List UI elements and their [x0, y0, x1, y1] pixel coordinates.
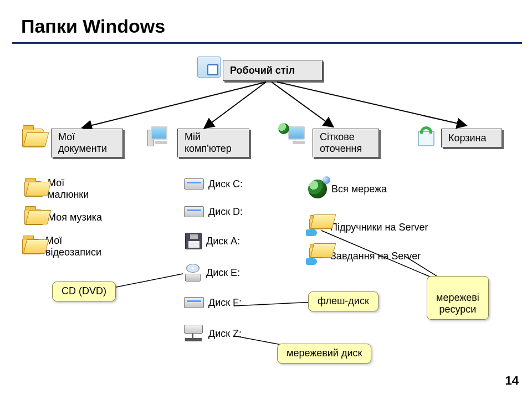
cd-icon — [184, 264, 202, 282]
node-network: Сіткове оточення — [313, 129, 379, 157]
recycle-label: Корзина — [448, 132, 487, 144]
item-tasks-server: Завдання на Server — [306, 247, 421, 265]
drive-icon — [184, 178, 204, 190]
callout-netres: мережеві ресурси — [427, 276, 489, 320]
item-mymusic: Моя музика — [24, 209, 102, 225]
mymusic-label: Моя музика — [48, 212, 102, 223]
netshare-icon — [306, 218, 326, 236]
svg-line-0 — [83, 82, 266, 127]
netshare-icon — [306, 247, 326, 265]
drive-c-label: Диск C: — [208, 178, 243, 190]
callout-cd-label: CD (DVD) — [62, 285, 106, 296]
mycomputer-label: Мій комп'ютер — [185, 131, 232, 154]
tasks-label: Завдання на Server — [330, 250, 421, 262]
item-myvideos: Мої відеозаписи — [22, 235, 101, 258]
callout-netdrive: мережевий диск — [277, 344, 371, 364]
node-mydocs: Мої документи — [51, 129, 123, 157]
title-rule — [12, 42, 522, 44]
mydocs-icon — [22, 129, 44, 150]
node-mycomputer: Мій комп'ютер — [177, 129, 249, 157]
drive-icon — [184, 297, 204, 308]
globe-icon — [308, 180, 327, 198]
whole-network-label: Вся мережа — [331, 183, 387, 195]
node-recycle: Корзина — [441, 129, 502, 147]
desktop-icon — [197, 57, 221, 80]
item-drive-d: Диск D: — [184, 206, 243, 218]
svg-line-2 — [272, 82, 332, 126]
desktop-label: Робочий стіл — [230, 65, 295, 76]
drive-f-label: Диск F: — [208, 297, 242, 309]
item-drive-f: Диск F: — [184, 297, 242, 309]
textbooks-label: Підручники на Server — [330, 222, 428, 233]
callout-netres-label: мережеві ресурси — [436, 292, 479, 315]
item-drive-z: Диск Z: — [183, 325, 242, 342]
folder-icon — [22, 239, 41, 254]
drive-d-label: Диск D: — [208, 206, 243, 218]
mycomputer-icon — [147, 126, 172, 151]
svg-line-4 — [105, 274, 183, 289]
callout-flash: флеш-диск — [308, 291, 378, 311]
slide-title: Папки Windows — [21, 16, 165, 37]
mydocs-label: Мої документи — [58, 131, 107, 154]
folder-icon — [24, 181, 43, 197]
drive-z-label: Диск Z: — [208, 328, 242, 340]
svg-line-1 — [205, 82, 266, 127]
page-number: 14 — [505, 374, 519, 388]
item-textbooks-server: Підручники на Server — [306, 218, 428, 236]
node-desktop: Робочий стіл — [223, 60, 323, 81]
svg-line-3 — [277, 82, 466, 125]
callout-cd: CD (DVD) — [52, 282, 116, 301]
mypictures-label: Мої малюнки — [48, 177, 89, 200]
item-drive-e: Диск E: — [184, 264, 240, 282]
callout-flash-label: флеш-диск — [318, 295, 369, 306]
item-whole-network: Вся мережа — [308, 180, 387, 198]
network-label: Сіткове оточення — [320, 131, 362, 154]
floppy-icon — [185, 233, 202, 249]
item-mypictures: Мої малюнки — [24, 177, 89, 200]
folder-icon — [24, 209, 43, 225]
myvideos-label: Мої відеозаписи — [45, 235, 101, 258]
recycle-icon — [416, 124, 437, 149]
drive-icon — [184, 206, 204, 217]
item-drive-c: Диск C: — [184, 178, 243, 190]
callout-netdrive-label: мережевий диск — [287, 347, 362, 359]
item-drive-a: Диск A: — [185, 233, 240, 249]
drive-e-label: Диск E: — [206, 267, 240, 279]
netdrive-icon — [183, 325, 204, 342]
network-icon — [285, 126, 309, 151]
drive-a-label: Диск A: — [206, 236, 240, 247]
